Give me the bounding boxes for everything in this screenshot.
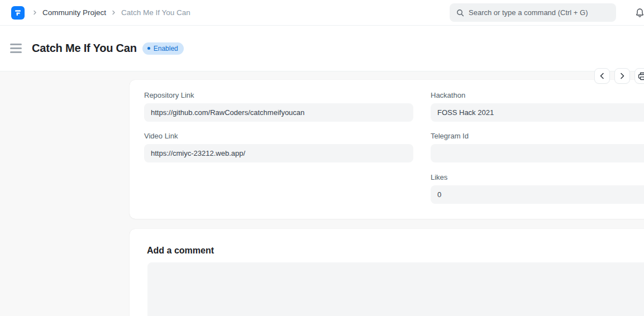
repository-link-label: Repository Link (144, 91, 413, 99)
field-telegram-id: Telegram Id (431, 132, 644, 162)
hamburger-menu-icon (10, 51, 22, 53)
video-link-label: Video Link (144, 132, 413, 140)
page-head-left: Catch Me If You Can Enabled (10, 26, 184, 71)
field-repository-link: Repository Link (144, 91, 413, 122)
likes-input[interactable] (431, 185, 644, 204)
next-document-button[interactable] (614, 68, 630, 84)
hackathon-label: Hackathon (431, 91, 644, 99)
breadcrumb-community-project[interactable]: Community Project (42, 8, 106, 17)
search-icon (456, 9, 464, 17)
video-link-input[interactable] (144, 144, 413, 162)
status-badge: Enabled (142, 42, 184, 55)
hamburger-menu-icon (10, 47, 22, 49)
breadcrumb-current-doc: Catch Me If You Can (121, 8, 190, 17)
comments-section-card: Add a comment (130, 229, 644, 316)
hamburger-menu-icon (10, 44, 22, 45)
page-title: Catch Me If You Can (32, 42, 137, 55)
page-head: Catch Me If You Can Enabled (0, 26, 644, 71)
chevron-left-icon (599, 73, 605, 79)
field-hackathon: Hackathon (431, 91, 644, 122)
telegram-id-input[interactable] (431, 144, 644, 162)
printer-icon (638, 72, 644, 80)
details-section-card: Repository Link Video Link Hackathon Tel… (130, 80, 644, 219)
chevron-right-icon (619, 73, 625, 79)
print-button[interactable] (635, 68, 644, 84)
add-comment-heading: Add a comment (147, 246, 214, 256)
status-badge-label: Enabled (154, 45, 178, 52)
field-likes: Likes (431, 173, 644, 204)
document-form-area: Repository Link Video Link Hackathon Tel… (0, 71, 644, 316)
hackathon-input[interactable] (431, 103, 644, 122)
likes-label: Likes (431, 173, 644, 181)
field-video-link: Video Link (144, 132, 413, 162)
previous-document-button[interactable] (594, 68, 610, 84)
frappe-logo-icon (14, 9, 22, 17)
breadcrumb: Community Project Catch Me If You Can (11, 0, 190, 25)
repository-link-input[interactable] (144, 103, 413, 122)
sidebar-toggle-button[interactable] (10, 44, 22, 53)
telegram-id-label: Telegram Id (431, 132, 644, 140)
frappe-logo[interactable] (11, 6, 25, 20)
notifications-button[interactable] (632, 6, 644, 20)
navbar: Community Project Catch Me If You Can (0, 0, 644, 26)
chevron-right-icon (32, 10, 37, 15)
bell-icon (635, 8, 644, 18)
app-window: Community Project Catch Me If You Can (0, 0, 644, 316)
status-dot-icon (147, 47, 150, 50)
comment-input[interactable] (147, 262, 644, 316)
page-head-actions (594, 68, 644, 84)
global-search[interactable] (450, 3, 616, 22)
chevron-right-icon (111, 10, 116, 15)
search-input[interactable] (469, 8, 609, 17)
